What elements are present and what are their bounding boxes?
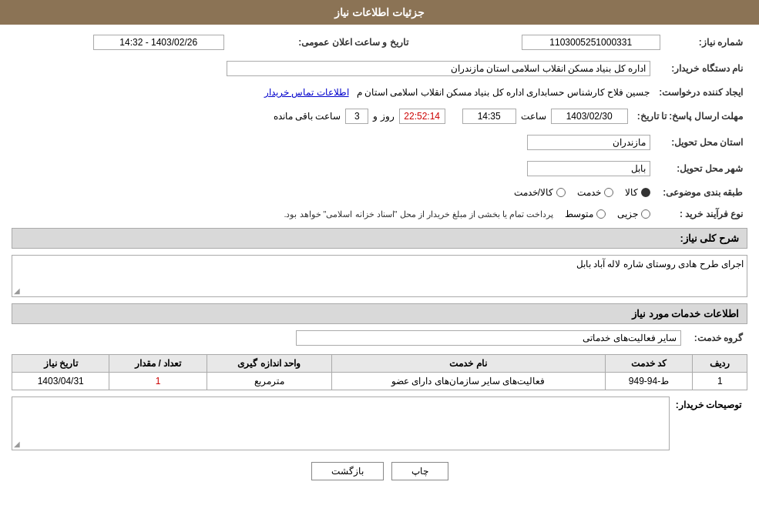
services-section-header: اطلاعات خدمات مورد نیاز xyxy=(12,303,747,324)
info-table-top: شماره نیاز: 1103005251000331 تاریخ و ساع… xyxy=(12,32,747,52)
table-row: 1 ط-94-949 فعالیت‌های سایر سازمان‌های دا… xyxy=(12,373,747,390)
info-table-service-group: گروه خدمت: سایر فعالیت‌های خدماتی xyxy=(12,328,747,348)
creator-text: جسین فلاح کارشناس حسابداری اداره کل بنیا… xyxy=(357,87,650,98)
deadline-date-field: 1403/02/30 xyxy=(551,109,628,124)
service-group-label: گروه خدمت: xyxy=(686,328,747,348)
tender-number-label: شماره نیاز: xyxy=(665,32,747,52)
info-table-buyer: نام دستگاه خریدار: اداره کل بنیاد مسکن ا… xyxy=(12,59,747,79)
process-radio-partial xyxy=(641,209,650,219)
services-table: ردیف کد خدمت نام خدمت واحد اندازه گیری ت… xyxy=(12,354,747,390)
th-quantity: تعداد / مقدار xyxy=(109,355,207,373)
process-radio-medium xyxy=(596,209,606,219)
th-service-name: نام خدمت xyxy=(331,355,605,373)
date-value: 1403/02/26 - 14:32 xyxy=(12,32,229,52)
process-row: جزیی متوسط پرداخت تمام یا بخشی از مبلغ خ… xyxy=(16,209,650,219)
service-group-value: سایر فعالیت‌های خدماتی xyxy=(12,328,686,348)
process-label: نوع فرآیند خرید : xyxy=(655,206,747,222)
process-option-partial[interactable]: جزیی xyxy=(617,209,650,219)
th-unit: واحد اندازه گیری xyxy=(207,355,331,373)
process-options: جزیی متوسط پرداخت تمام یا بخشی از مبلغ خ… xyxy=(12,206,655,222)
city-value: بابل xyxy=(12,159,655,179)
process-option-medium[interactable]: متوسط xyxy=(565,209,606,219)
buyer-label: نام دستگاه خریدار: xyxy=(655,59,747,79)
info-table-city: شهر محل تحویل: بابل xyxy=(12,159,747,179)
description-section: اجرای طرح هادی روستای شاره لاله آباد باب… xyxy=(12,255,747,297)
city-field: بابل xyxy=(527,161,650,176)
contact-link[interactable]: اطلاعات تماس خریدار xyxy=(264,87,349,98)
info-table-creator: ایجاد کننده درخواست: جسین فلاح کارشناس ح… xyxy=(12,85,747,100)
info-table-deadline: مهلت ارسال پاسخ: تا تاریخ: 1403/02/30 سا… xyxy=(12,106,747,126)
process-note: پرداخت تمام یا بخشی از مبلغ خریدار از مح… xyxy=(284,209,553,219)
page-header: جزئیات اطلاعات نیاز xyxy=(0,0,759,25)
tender-number-value: 1103005251000331 xyxy=(436,32,665,52)
category-option-service[interactable]: خدمت xyxy=(577,187,613,198)
description-box: اجرای طرح هادی روستای شاره لاله آباد باب… xyxy=(12,255,747,297)
category-option-kala[interactable]: کالا xyxy=(625,187,650,198)
description-section-label: شرح کلی نیاز: xyxy=(680,233,739,244)
category-radio-both xyxy=(556,188,566,197)
buyer-description-box[interactable]: ◢ xyxy=(12,396,670,450)
th-date: تاریخ نیاز xyxy=(12,355,109,373)
deadline-days-field: 3 xyxy=(345,109,368,124)
deadline-label: مهلت ارسال پاسخ: تا تاریخ: xyxy=(633,106,747,126)
th-row-num: ردیف xyxy=(693,355,747,373)
deadline-time-label: ساعت xyxy=(521,111,546,122)
creator-value: جسین فلاح کارشناس حسابداری اداره کل بنیا… xyxy=(12,85,654,100)
cell-service-name: فعالیت‌های سایر سازمان‌های دارای عضو xyxy=(331,373,605,390)
cell-service-code: ط-94-949 xyxy=(605,373,693,390)
description-section-header: شرح کلی نیاز: xyxy=(12,228,747,249)
buyer-field: اداره کل بنیاد مسکن انقلاب اسلامی استان … xyxy=(227,61,650,76)
creator-label: ایجاد کننده درخواست: xyxy=(654,85,747,100)
buyer-description-section: توصیحات خریدار: ◢ xyxy=(12,396,747,450)
category-radio-kala xyxy=(641,188,650,197)
province-value: مازندران xyxy=(12,132,655,152)
page-title: جزئیات اطلاعات نیاز xyxy=(334,6,425,18)
buyer-description-label: توصیحات خریدار: xyxy=(676,400,747,410)
category-options: کالا خدمت کالا/خدمت xyxy=(12,185,655,200)
category-label-both: کالا/خدمت xyxy=(514,187,553,198)
deadline-row: 1403/02/30 ساعت 14:35 22:52:14 روز و 3 س… xyxy=(16,109,628,124)
resize-icon: ◢ xyxy=(14,286,20,295)
category-radio-service xyxy=(604,188,613,197)
cell-date: 1403/04/31 xyxy=(12,373,109,390)
print-button[interactable]: چاپ xyxy=(391,462,448,480)
info-table-process: نوع فرآیند خرید : جزیی متوسط پرداخت تمام… xyxy=(12,206,747,222)
buyer-value: اداره کل بنیاد مسکن انقلاب اسلامی استان … xyxy=(12,59,655,79)
category-radio-group: کالا خدمت کالا/خدمت xyxy=(16,187,650,198)
cell-row-num: 1 xyxy=(693,373,747,390)
tender-number-field: 1103005251000331 xyxy=(522,35,660,50)
services-section-label: اطلاعات خدمات مورد نیاز xyxy=(632,308,739,320)
city-label: شهر محل تحویل: xyxy=(655,159,747,179)
deadline-seconds-field: 22:52:14 xyxy=(399,109,445,124)
deadline-value: 1403/02/30 ساعت 14:35 22:52:14 روز و 3 س… xyxy=(12,106,633,126)
service-group-field: سایر فعالیت‌های خدماتی xyxy=(296,330,681,346)
content-area: شماره نیاز: 1103005251000331 تاریخ و ساع… xyxy=(0,25,759,500)
deadline-time-field: 14:35 xyxy=(462,109,516,124)
info-table-category: طبقه بندی موضوعی: کالا خدمت xyxy=(12,185,747,200)
th-service-code: کد خدمت xyxy=(605,355,693,373)
cell-quantity: 1 xyxy=(109,373,207,390)
category-option-both[interactable]: کالا/خدمت xyxy=(514,187,566,198)
province-label: استان محل تحویل: xyxy=(655,132,747,152)
category-label-kala: کالا xyxy=(625,187,638,198)
info-table-province: استان محل تحویل: مازندران xyxy=(12,132,747,152)
process-label-medium: متوسط xyxy=(565,209,593,219)
date-label: تاریخ و ساعت اعلان عمومی: xyxy=(229,32,413,52)
back-button[interactable]: بازگشت xyxy=(311,462,384,480)
description-text: اجرای طرح هادی روستای شاره لاله آباد باب… xyxy=(576,259,744,269)
date-field: 1403/02/26 - 14:32 xyxy=(93,35,224,50)
process-label-partial: جزیی xyxy=(617,209,638,219)
category-label-service: خدمت xyxy=(577,187,601,198)
buyer-resize-icon: ◢ xyxy=(14,440,20,448)
category-label: طبقه بندی موضوعی: xyxy=(655,185,747,200)
page-wrapper: جزئیات اطلاعات نیاز شماره نیاز: 11030052… xyxy=(0,0,759,532)
cell-unit: مترمربع xyxy=(207,373,331,390)
bottom-buttons: چاپ بازگشت xyxy=(12,462,747,480)
deadline-days-label: روز و xyxy=(373,111,394,122)
province-field: مازندران xyxy=(527,135,650,150)
deadline-remaining-label: ساعت باقی مانده xyxy=(274,111,341,122)
